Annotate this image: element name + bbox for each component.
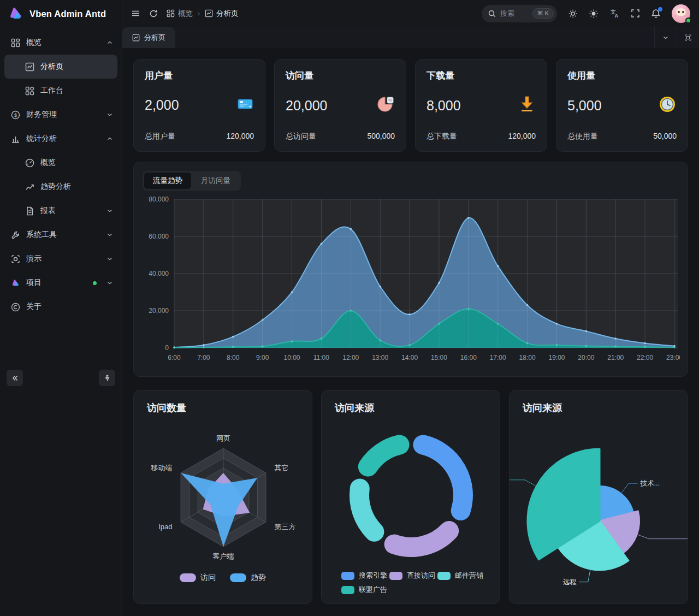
svg-text:60,000: 60,000 <box>149 233 169 240</box>
legend-item-affiliate-ads[interactable]: 联盟广告 <box>341 585 389 595</box>
logo-row[interactable]: Vben Admin Antd <box>0 0 122 27</box>
stat-total-label: 总访问量 <box>286 132 316 141</box>
sidebar-item-analysis[interactable]: 分析页 <box>4 55 117 79</box>
chevron-down-icon <box>106 232 113 238</box>
sidebar-item-label: 财务管理 <box>26 110 100 120</box>
sidebar-item-label: 趋势分析 <box>40 182 113 192</box>
svg-text:16:00: 16:00 <box>460 354 477 362</box>
sidebar-item-finance[interactable]: $ 财务管理 <box>0 103 122 127</box>
legend-swatch <box>341 586 354 594</box>
header: 概览 › 分析页 搜索 ⌘ K 文A <box>122 0 699 27</box>
stat-value: 20,000 <box>286 98 327 114</box>
notifications-button[interactable] <box>651 9 661 19</box>
svg-text:客户端: 客户端 <box>213 552 234 560</box>
sidebar-item-demo[interactable]: 演示 <box>0 247 122 271</box>
sidebar-item-statistics-group[interactable]: 统计分析 <box>0 127 122 151</box>
tab-analysis[interactable]: 分析页 <box>122 27 175 48</box>
sidebar-item-label: 概览 <box>26 38 100 48</box>
copyright-icon <box>11 303 20 312</box>
legend-label: 直接访问 <box>407 571 435 581</box>
svg-text:A: A <box>615 13 619 19</box>
chevron-up-icon <box>106 39 113 46</box>
gear-icon[interactable] <box>568 9 578 19</box>
sidebar-item-label: 统计分析 <box>26 134 100 144</box>
sidebar-item-label: 报表 <box>40 206 100 216</box>
traffic-area-chart: 020,00040,00060,00080,0006:007:008:009:0… <box>143 191 680 369</box>
sidebar-pin-button[interactable] <box>99 370 115 386</box>
sidebar-item-label: 分析页 <box>40 62 109 72</box>
theme-sun-icon[interactable] <box>589 9 599 19</box>
svg-text:7:00: 7:00 <box>197 354 210 362</box>
sidebar-item-label: 系统工具 <box>26 230 100 240</box>
tab-label: 分析页 <box>144 33 165 43</box>
legend-swatch <box>437 572 451 580</box>
sidebar-collapse-button[interactable] <box>7 370 23 386</box>
sidebar-item-project[interactable]: 项目 <box>0 271 122 295</box>
document-icon <box>25 206 34 216</box>
sidebar-item-trend-analysis[interactable]: 趋势分析 <box>0 175 122 199</box>
content-maximize-button[interactable] <box>677 27 699 48</box>
sidebar-item-system-tools[interactable]: 系统工具 <box>0 223 122 247</box>
legend-swatch <box>180 573 196 582</box>
legend-item-direct[interactable]: 直接访问 <box>389 571 437 581</box>
svg-text:12:00: 12:00 <box>342 354 359 362</box>
chart-icon <box>25 62 34 72</box>
panel-title: 访问来源 <box>335 401 487 414</box>
sidebar-item-report[interactable]: 报表 <box>0 199 122 223</box>
legend-item-search-engine[interactable]: 搜索引擎 <box>341 571 389 581</box>
trend-icon <box>25 182 34 192</box>
avatar-status-dot <box>685 17 691 23</box>
legend-item-visits[interactable]: 访问 <box>180 573 216 583</box>
breadcrumb-item-overview[interactable]: 概览 <box>167 9 193 19</box>
svg-text:21:00: 21:00 <box>607 354 624 362</box>
visit-source-rose-panel: 访问来源 技术...远程 <box>509 390 688 604</box>
svg-text:15:00: 15:00 <box>431 354 447 362</box>
tab-traffic-trend[interactable]: 流量趋势 <box>144 173 191 189</box>
stat-card-usage: 使用量 5,000 总使用量 50,000 <box>556 59 688 152</box>
svg-text:14:00: 14:00 <box>401 354 418 362</box>
clock-icon <box>658 95 677 116</box>
sidebar-item-label: 关于 <box>26 302 113 312</box>
stats-row: 用户量 2,000 总用户量 120,000 访问量 20,000 % <box>133 59 688 152</box>
sidebar-item-label: 演示 <box>26 254 100 264</box>
sidebar-item-about[interactable]: 关于 <box>0 295 122 319</box>
stat-card-users: 用户量 2,000 总用户量 120,000 <box>133 59 265 152</box>
legend-item-email[interactable]: 邮件营销 <box>437 571 485 581</box>
visit-count-radar-chart: 网页其它第三方客户端Ipad移动端 <box>147 414 300 572</box>
legend-item-trend[interactable]: 趋势 <box>230 573 266 583</box>
refresh-icon[interactable] <box>149 9 158 18</box>
search-input[interactable]: 搜索 ⌘ K <box>482 5 557 22</box>
sidebar-item-overview-group[interactable]: 概览 <box>0 31 122 55</box>
credit-card-icon <box>236 95 254 115</box>
stat-value: 5,000 <box>567 98 602 114</box>
svg-text:13:00: 13:00 <box>372 354 388 362</box>
stat-value: 8,000 <box>426 98 461 114</box>
svg-text:20,000: 20,000 <box>149 307 169 315</box>
avatar[interactable] <box>672 4 690 23</box>
app-title: Vben Admin Antd <box>29 9 106 19</box>
svg-text:技术...: 技术... <box>640 479 660 487</box>
breadcrumb-separator: › <box>198 10 200 17</box>
stat-title: 下载量 <box>426 69 536 82</box>
stat-total-value: 50,000 <box>653 132 677 141</box>
hamburger-menu-icon[interactable] <box>131 9 140 18</box>
breadcrumb-label: 分析页 <box>216 9 239 19</box>
svg-text:22:00: 22:00 <box>637 354 653 362</box>
sidebar-item-workbench[interactable]: 工作台 <box>0 79 122 103</box>
tab-monthly-visits[interactable]: 月访问量 <box>192 173 239 189</box>
svg-text:移动端: 移动端 <box>151 464 173 472</box>
breadcrumb-item-analysis[interactable]: 分析页 <box>205 9 239 19</box>
stat-title: 访问量 <box>286 69 395 82</box>
translate-icon[interactable]: 文A <box>609 8 620 19</box>
stat-total-value: 500,000 <box>367 132 395 141</box>
tab-list-dropdown-button[interactable] <box>654 27 677 48</box>
chart-icon <box>132 34 140 42</box>
svg-text:9:00: 9:00 <box>256 354 269 362</box>
fullscreen-icon[interactable] <box>631 9 640 18</box>
svg-text:Ipad: Ipad <box>158 523 172 531</box>
svg-text:18:00: 18:00 <box>519 354 536 362</box>
sidebar-item-stat-overview[interactable]: 概览 <box>0 151 122 175</box>
bottom-row: 访问数量 网页其它第三方客户端Ipad移动端 访问 趋势 <box>133 390 688 604</box>
project-status-dot <box>93 281 97 285</box>
panel-title: 访问数量 <box>147 401 299 414</box>
